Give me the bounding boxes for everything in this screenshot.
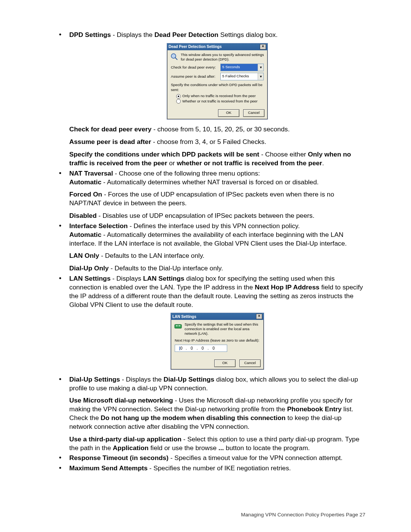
text: - Forces the use of UDP encapsulation of… xyxy=(69,190,334,207)
cancel-button[interactable]: Cancel xyxy=(243,109,264,117)
chevron-down-icon[interactable]: ▾ xyxy=(258,73,263,80)
ok-button[interactable]: OK xyxy=(214,359,236,367)
svg-line-1 xyxy=(175,58,177,60)
text: - Displays xyxy=(111,275,143,282)
next-hop-label: Next Hop IP Address (leave as zero to us… xyxy=(175,338,261,343)
term: Interface Selection xyxy=(69,222,128,230)
text: field or use the browse xyxy=(148,444,218,452)
check-interval-combo[interactable]: 5 Seconds ▾ xyxy=(220,64,264,71)
term: Check for dead peer every xyxy=(69,125,151,133)
check-interval-value: 5 Seconds xyxy=(222,65,240,69)
text: - Displays the xyxy=(111,31,154,38)
para-specify-conditions: Specify the conditions under which DPD p… xyxy=(69,150,365,168)
network-adapter-icon xyxy=(174,322,182,331)
text: - Choose either xyxy=(259,150,308,158)
text: or xyxy=(167,159,177,167)
text: - Specifies a timeout value for the VPN … xyxy=(169,454,342,462)
term: Use Microsoft dial-up networking xyxy=(69,396,173,404)
term: Next Hop IP Address xyxy=(255,283,319,291)
term: Automatic xyxy=(69,231,102,238)
next-hop-ip-input[interactable]: |0. 0. 0. 0 xyxy=(175,345,227,352)
term: Dial-Up Settings xyxy=(69,375,120,383)
text: button to locate the program. xyxy=(224,444,310,452)
chevron-down-icon[interactable]: ▾ xyxy=(258,64,263,71)
term: whether or not traffic is received from … xyxy=(177,159,322,167)
term: Automatic xyxy=(69,178,102,186)
ok-button[interactable]: OK xyxy=(218,109,239,117)
lan-dialog-desc: Specify the settings that will be used w… xyxy=(185,322,261,335)
dpd-conditions-title: Specify the conditions under which DPD p… xyxy=(171,83,264,93)
dpd-radio-whether-or-not[interactable]: Whether or not traffic is received from … xyxy=(176,99,264,104)
para-iface-automatic: Automatic - Automatically determines the… xyxy=(69,230,365,248)
term: Use a third-party dial-up application xyxy=(69,435,182,443)
para-iface-lan-only: LAN Only - Defaults to the LAN interface… xyxy=(69,251,365,260)
para-nat-disabled: Disabled - Disables use of UDP encapsula… xyxy=(69,211,365,220)
dpd-dialog: Dead Peer Detection Settings × This wind… xyxy=(167,43,268,120)
text: - Defines the interface used by this VPN… xyxy=(128,222,300,230)
ip-seg: 0 xyxy=(209,346,218,351)
lan-dialog-title: LAN Settings xyxy=(172,314,196,319)
ip-seg: 0 xyxy=(187,346,197,351)
term: Response Timeout (in seconds) xyxy=(69,454,169,462)
text: - Automatically determines whether NAT t… xyxy=(102,178,319,186)
bullet-dpd-settings: DPD Settings - Displays the Dead Peer De… xyxy=(57,30,365,168)
bullet-nat-traversal: NAT Traversal - Choose one of the follow… xyxy=(57,169,365,220)
dpd-dialog-desc: This window allows you to specify advanc… xyxy=(181,53,264,62)
term: LAN Settings xyxy=(143,275,185,282)
para-iface-dialup-only: Dial-Up Only - Defaults to the Dial-Up i… xyxy=(69,264,365,273)
text: - Defaults to the LAN interface only. xyxy=(99,252,204,259)
page: DPD Settings - Displays the Dead Peer De… xyxy=(0,0,411,532)
text: - choose from 3, 4, or 5 Failed Checks. xyxy=(151,138,266,145)
assume-dead-combo[interactable]: 5 Failed Checks ▾ xyxy=(220,73,264,80)
term-dead-peer-detection: Dead Peer Detection xyxy=(155,31,218,38)
text: - choose from 5, 10, 15, 20, 25, or 30 s… xyxy=(151,125,290,133)
bullet-max-send-attempts: Maximum Send Attempts - Specifies the nu… xyxy=(57,464,365,473)
para-assume-dead: Assume peer is dead after - choose from … xyxy=(69,137,365,146)
term: Do not hang up the modem when disabling … xyxy=(101,414,286,422)
main-list: DPD Settings - Displays the Dead Peer De… xyxy=(57,30,365,473)
text: - Defaults to the Dial-Up interface only… xyxy=(109,264,223,272)
lan-dialog: LAN Settings × Specify the settings that… xyxy=(170,313,264,369)
term-dpd-settings: DPD Settings xyxy=(69,31,111,38)
term: Assume peer is dead after xyxy=(69,138,151,145)
svg-rect-2 xyxy=(175,324,182,328)
term: Dial-Up Settings xyxy=(164,375,214,383)
para-nat-forced: Forced On - Forces the use of UDP encaps… xyxy=(69,190,365,208)
term: ... xyxy=(218,444,224,452)
term: Specify the conditions under which DPD p… xyxy=(69,150,259,158)
ip-seg: 0 xyxy=(180,346,183,350)
text: - Displays the xyxy=(120,375,163,383)
dpd-dialog-titlebar[interactable]: Dead Peer Detection Settings × xyxy=(167,43,268,50)
dpd-radio-opt1-label: Only when no traffic is received from th… xyxy=(182,94,256,99)
cancel-button[interactable]: Cancel xyxy=(239,359,261,367)
text: . xyxy=(322,159,324,167)
close-icon[interactable]: × xyxy=(260,44,266,50)
term: Phonebook Entry xyxy=(287,405,342,413)
term: NAT Traversal xyxy=(69,169,113,177)
term: Application xyxy=(113,444,148,452)
text: - Specifies the number of IKE negotiatio… xyxy=(148,464,291,472)
text: - Disables use of UDP encapsulation of I… xyxy=(97,212,314,219)
dpd-radio-opt2-label: Whether or not traffic is received from … xyxy=(182,99,258,104)
page-footer: Managing VPN Connection Policy Propertie… xyxy=(241,511,365,518)
assume-dead-value: 5 Failed Checks xyxy=(222,74,249,78)
term: LAN Only xyxy=(69,252,99,259)
radio-icon xyxy=(176,99,181,104)
radio-icon xyxy=(176,94,181,99)
magnifier-icon xyxy=(170,53,178,61)
check-interval-label: Check for dead peer every: xyxy=(171,65,217,70)
term: Disabled xyxy=(69,212,97,219)
bullet-response-timeout: Response Timeout (in seconds) - Specifie… xyxy=(57,454,365,462)
term: Maximum Send Attempts xyxy=(69,464,148,472)
bullet-dialup-settings: Dial-Up Settings - Displays the Dial-Up … xyxy=(57,375,365,452)
close-icon[interactable]: × xyxy=(256,314,262,319)
ip-seg: 0 xyxy=(198,346,208,351)
assume-dead-label: Assume peer is dead after: xyxy=(171,74,217,79)
bullet-lan-settings: LAN Settings - Displays LAN Settings dia… xyxy=(57,274,365,370)
text: - Choose one of the following three menu… xyxy=(113,169,260,177)
dpd-dialog-title: Dead Peer Detection Settings xyxy=(169,44,221,49)
dpd-radio-only-no-traffic[interactable]: Only when no traffic is received from th… xyxy=(176,94,264,99)
svg-rect-3 xyxy=(176,325,178,326)
lan-dialog-titlebar[interactable]: LAN Settings × xyxy=(171,313,264,320)
para-dialup-microsoft: Use Microsoft dial-up networking - Uses … xyxy=(69,396,365,431)
